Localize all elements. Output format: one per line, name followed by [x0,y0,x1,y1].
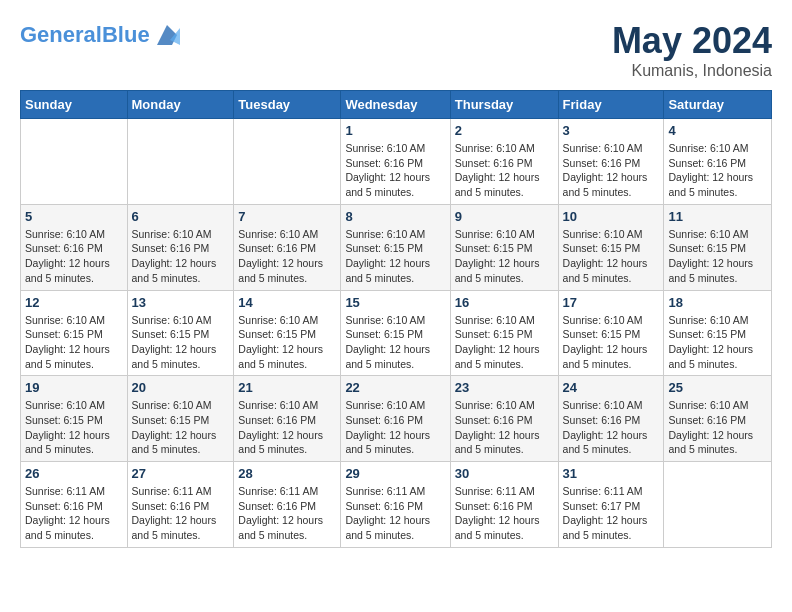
calendar-cell: 27Sunrise: 6:11 AM Sunset: 6:16 PM Dayli… [127,462,234,548]
day-info: Sunrise: 6:10 AM Sunset: 6:16 PM Dayligh… [25,227,123,286]
day-info: Sunrise: 6:11 AM Sunset: 6:16 PM Dayligh… [238,484,336,543]
logo-general: General [20,22,102,47]
calendar-cell: 20Sunrise: 6:10 AM Sunset: 6:15 PM Dayli… [127,376,234,462]
day-number: 16 [455,295,554,310]
page-header: GeneralBlue May 2024 Kumanis, Indonesia [20,20,772,80]
calendar-cell: 6Sunrise: 6:10 AM Sunset: 6:16 PM Daylig… [127,204,234,290]
day-number: 13 [132,295,230,310]
day-info: Sunrise: 6:11 AM Sunset: 6:16 PM Dayligh… [132,484,230,543]
day-info: Sunrise: 6:11 AM Sunset: 6:17 PM Dayligh… [563,484,660,543]
calendar-cell: 5Sunrise: 6:10 AM Sunset: 6:16 PM Daylig… [21,204,128,290]
calendar-week-row: 1Sunrise: 6:10 AM Sunset: 6:16 PM Daylig… [21,119,772,205]
calendar-week-row: 19Sunrise: 6:10 AM Sunset: 6:15 PM Dayli… [21,376,772,462]
day-number: 12 [25,295,123,310]
calendar-cell: 16Sunrise: 6:10 AM Sunset: 6:15 PM Dayli… [450,290,558,376]
day-info: Sunrise: 6:10 AM Sunset: 6:15 PM Dayligh… [25,398,123,457]
calendar-cell: 22Sunrise: 6:10 AM Sunset: 6:16 PM Dayli… [341,376,450,462]
day-info: Sunrise: 6:10 AM Sunset: 6:15 PM Dayligh… [25,313,123,372]
calendar-cell: 18Sunrise: 6:10 AM Sunset: 6:15 PM Dayli… [664,290,772,376]
calendar-cell: 3Sunrise: 6:10 AM Sunset: 6:16 PM Daylig… [558,119,664,205]
day-number: 15 [345,295,445,310]
day-info: Sunrise: 6:10 AM Sunset: 6:16 PM Dayligh… [563,398,660,457]
calendar-cell: 25Sunrise: 6:10 AM Sunset: 6:16 PM Dayli… [664,376,772,462]
day-info: Sunrise: 6:10 AM Sunset: 6:16 PM Dayligh… [455,398,554,457]
calendar-cell: 14Sunrise: 6:10 AM Sunset: 6:15 PM Dayli… [234,290,341,376]
calendar-cell [127,119,234,205]
logo-icon [152,20,182,50]
day-number: 22 [345,380,445,395]
calendar-cell: 10Sunrise: 6:10 AM Sunset: 6:15 PM Dayli… [558,204,664,290]
calendar-cell [21,119,128,205]
calendar-cell: 8Sunrise: 6:10 AM Sunset: 6:15 PM Daylig… [341,204,450,290]
calendar-cell: 15Sunrise: 6:10 AM Sunset: 6:15 PM Dayli… [341,290,450,376]
day-info: Sunrise: 6:10 AM Sunset: 6:15 PM Dayligh… [132,398,230,457]
location-subtitle: Kumanis, Indonesia [612,62,772,80]
day-info: Sunrise: 6:10 AM Sunset: 6:15 PM Dayligh… [238,313,336,372]
day-info: Sunrise: 6:10 AM Sunset: 6:16 PM Dayligh… [238,398,336,457]
calendar-table: SundayMondayTuesdayWednesdayThursdayFrid… [20,90,772,548]
day-info: Sunrise: 6:10 AM Sunset: 6:16 PM Dayligh… [132,227,230,286]
calendar-cell [234,119,341,205]
day-info: Sunrise: 6:10 AM Sunset: 6:16 PM Dayligh… [668,141,767,200]
calendar-cell: 19Sunrise: 6:10 AM Sunset: 6:15 PM Dayli… [21,376,128,462]
day-number: 1 [345,123,445,138]
calendar-week-row: 12Sunrise: 6:10 AM Sunset: 6:15 PM Dayli… [21,290,772,376]
day-number: 10 [563,209,660,224]
day-number: 14 [238,295,336,310]
day-info: Sunrise: 6:10 AM Sunset: 6:15 PM Dayligh… [563,313,660,372]
weekday-header-row: SundayMondayTuesdayWednesdayThursdayFrid… [21,91,772,119]
day-number: 19 [25,380,123,395]
day-info: Sunrise: 6:11 AM Sunset: 6:16 PM Dayligh… [25,484,123,543]
calendar-cell: 1Sunrise: 6:10 AM Sunset: 6:16 PM Daylig… [341,119,450,205]
day-info: Sunrise: 6:11 AM Sunset: 6:16 PM Dayligh… [345,484,445,543]
day-info: Sunrise: 6:10 AM Sunset: 6:15 PM Dayligh… [455,313,554,372]
day-info: Sunrise: 6:11 AM Sunset: 6:16 PM Dayligh… [455,484,554,543]
calendar-cell: 13Sunrise: 6:10 AM Sunset: 6:15 PM Dayli… [127,290,234,376]
weekday-header-sunday: Sunday [21,91,128,119]
calendar-cell: 24Sunrise: 6:10 AM Sunset: 6:16 PM Dayli… [558,376,664,462]
calendar-cell: 7Sunrise: 6:10 AM Sunset: 6:16 PM Daylig… [234,204,341,290]
day-number: 17 [563,295,660,310]
day-info: Sunrise: 6:10 AM Sunset: 6:15 PM Dayligh… [668,313,767,372]
day-number: 18 [668,295,767,310]
calendar-week-row: 26Sunrise: 6:11 AM Sunset: 6:16 PM Dayli… [21,462,772,548]
day-number: 20 [132,380,230,395]
day-info: Sunrise: 6:10 AM Sunset: 6:15 PM Dayligh… [563,227,660,286]
day-number: 9 [455,209,554,224]
day-number: 21 [238,380,336,395]
day-number: 26 [25,466,123,481]
weekday-header-wednesday: Wednesday [341,91,450,119]
day-info: Sunrise: 6:10 AM Sunset: 6:15 PM Dayligh… [668,227,767,286]
weekday-header-friday: Friday [558,91,664,119]
calendar-cell: 31Sunrise: 6:11 AM Sunset: 6:17 PM Dayli… [558,462,664,548]
calendar-cell: 26Sunrise: 6:11 AM Sunset: 6:16 PM Dayli… [21,462,128,548]
day-number: 29 [345,466,445,481]
day-number: 23 [455,380,554,395]
calendar-cell: 23Sunrise: 6:10 AM Sunset: 6:16 PM Dayli… [450,376,558,462]
weekday-header-saturday: Saturday [664,91,772,119]
day-info: Sunrise: 6:10 AM Sunset: 6:16 PM Dayligh… [345,141,445,200]
calendar-cell: 4Sunrise: 6:10 AM Sunset: 6:16 PM Daylig… [664,119,772,205]
day-info: Sunrise: 6:10 AM Sunset: 6:16 PM Dayligh… [238,227,336,286]
calendar-cell: 17Sunrise: 6:10 AM Sunset: 6:15 PM Dayli… [558,290,664,376]
day-number: 8 [345,209,445,224]
day-info: Sunrise: 6:10 AM Sunset: 6:15 PM Dayligh… [345,313,445,372]
calendar-cell: 11Sunrise: 6:10 AM Sunset: 6:15 PM Dayli… [664,204,772,290]
day-info: Sunrise: 6:10 AM Sunset: 6:16 PM Dayligh… [345,398,445,457]
day-number: 27 [132,466,230,481]
day-number: 28 [238,466,336,481]
day-number: 5 [25,209,123,224]
day-info: Sunrise: 6:10 AM Sunset: 6:15 PM Dayligh… [132,313,230,372]
day-info: Sunrise: 6:10 AM Sunset: 6:15 PM Dayligh… [455,227,554,286]
calendar-cell: 29Sunrise: 6:11 AM Sunset: 6:16 PM Dayli… [341,462,450,548]
day-number: 2 [455,123,554,138]
calendar-cell: 21Sunrise: 6:10 AM Sunset: 6:16 PM Dayli… [234,376,341,462]
day-number: 11 [668,209,767,224]
weekday-header-thursday: Thursday [450,91,558,119]
calendar-cell: 9Sunrise: 6:10 AM Sunset: 6:15 PM Daylig… [450,204,558,290]
day-number: 7 [238,209,336,224]
day-number: 24 [563,380,660,395]
day-number: 25 [668,380,767,395]
calendar-cell: 30Sunrise: 6:11 AM Sunset: 6:16 PM Dayli… [450,462,558,548]
logo-text: GeneralBlue [20,23,150,47]
